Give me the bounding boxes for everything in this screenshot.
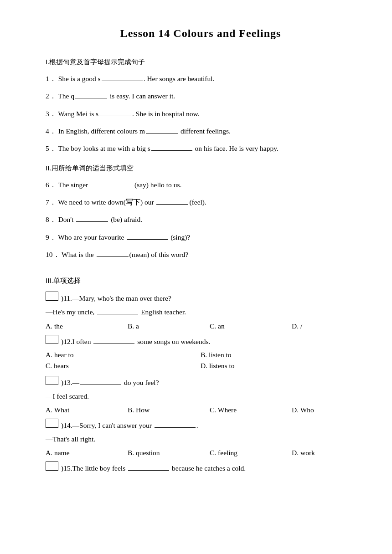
q12-optD: D. listens to — [201, 360, 356, 371]
question-4: 4． In English, different colours m diffe… — [46, 125, 356, 137]
q11-dialog-2: —He's my uncle, English teacher. — [46, 306, 356, 318]
q7-text: We need to write down(写下) our (feel). — [58, 198, 206, 206]
q1-text-before: She is a good s. Her songs are beautiful… — [58, 75, 215, 82]
q11-options: A. the B. a C. an D. / — [46, 322, 356, 330]
q14-blank — [155, 427, 196, 428]
q1-number: 1． — [46, 73, 57, 85]
q12-answer-box — [46, 335, 58, 344]
q13-optA: A. What — [46, 406, 128, 414]
section1-header: I.根据句意及首字母提示完成句子 — [46, 58, 356, 67]
q10-text: What is the (mean) of this word? — [62, 251, 188, 258]
question-13-paren: )13.— do you feel? — [46, 376, 356, 387]
q14-number: )14.—Sorry, I can't answer your . — [61, 421, 198, 430]
q13-blank — [80, 385, 121, 385]
q7-blank — [156, 204, 188, 205]
question-8: 8． Don't (be) afraid. — [46, 214, 356, 226]
q10-blank — [97, 256, 129, 257]
q8-number: 8． — [46, 214, 57, 226]
q4-blank — [146, 133, 178, 133]
q14-optC: C. feeling — [210, 449, 292, 457]
q12-optC: C. hears — [46, 360, 201, 371]
question-14-paren: )14.—Sorry, I can't answer your . — [46, 419, 356, 430]
q15-blank — [128, 470, 169, 471]
question-2: 2． The q is easy. I can answer it. — [46, 90, 356, 102]
question-15-paren: )15.The little boy feels because he catc… — [46, 462, 356, 472]
q13-optD: D. Who — [292, 406, 374, 414]
q11-number: )11.—Mary, who's the man over there? — [61, 294, 171, 303]
q11-answer-box — [46, 292, 58, 301]
q8-text: Don't (be) afraid. — [58, 215, 142, 223]
q14-optB: B. question — [128, 449, 210, 457]
q3-blank — [99, 116, 131, 116]
q4-text: In English, different colours m differen… — [58, 127, 231, 135]
q12-number: )12.I often some songs on weekends. — [61, 338, 210, 346]
q11-optD: D. / — [292, 322, 374, 330]
q9-number: 9． — [46, 231, 57, 243]
question-10: 10． What is the (mean) of this word? — [46, 249, 356, 261]
q7-number: 7． — [46, 196, 57, 208]
q15-answer-box — [46, 462, 58, 471]
q12-blank — [93, 344, 134, 344]
q2-number: 2． — [46, 90, 57, 102]
q13-number: )13.— do you feel? — [61, 379, 159, 387]
q14-optA: A. name — [46, 449, 128, 457]
question-5: 5． The boy looks at me with a big s on h… — [46, 143, 356, 154]
q11-blank — [97, 314, 138, 314]
q11-optA: A. the — [46, 322, 128, 330]
q2-blank — [75, 98, 107, 98]
q6-blank — [91, 187, 132, 187]
q13-dialog-2: —I feel scared. — [46, 390, 356, 402]
question-6: 6． The singer (say) hello to us. — [46, 179, 356, 191]
q11-optC: C. an — [210, 322, 292, 330]
q11-optB: B. a — [128, 322, 210, 330]
q6-text: The singer (say) hello to us. — [58, 181, 181, 189]
q3-number: 3． — [46, 108, 57, 120]
q6-number: 6． — [46, 179, 57, 191]
page-title: Lesson 14 Colours and Feelings — [46, 27, 356, 40]
q5-blank — [151, 150, 192, 151]
question-1: 1． She is a good s. Her songs are beauti… — [46, 73, 356, 85]
q4-number: 4． — [46, 125, 57, 137]
q15-number: )15.The little boy feels because he catc… — [61, 464, 246, 472]
q3-text: Wang Mei is s. She is in hospital now. — [58, 110, 199, 118]
q2-text: The q is easy. I can answer it. — [58, 92, 175, 100]
question-9: 9． Who are your favourite (sing)? — [46, 231, 356, 243]
q1-blank — [102, 81, 143, 81]
section2-header: II.用所给单词的适当形式填空 — [46, 164, 356, 173]
q12-optA: A. hear to — [46, 349, 201, 360]
q8-blank — [76, 221, 108, 222]
q12-optB: B. listen to — [201, 349, 356, 360]
question-7: 7． We need to write down(写下) our (feel). — [46, 196, 356, 208]
q14-optD: D. work — [292, 449, 374, 457]
q13-answer-box — [46, 376, 58, 385]
q13-optC: C. Where — [210, 406, 292, 414]
q13-options: A. What B. How C. Where D. Who — [46, 406, 356, 414]
question-3: 3． Wang Mei is s. She is in hospital now… — [46, 108, 356, 120]
q14-dialog-2: —That's all right. — [46, 433, 356, 445]
q10-number: 10． — [46, 249, 60, 261]
q9-text: Who are your favourite (sing)? — [58, 233, 190, 241]
q12-options: A. hear to B. listen to C. hears D. list… — [46, 349, 356, 371]
question-12-paren: )12.I often some songs on weekends. — [46, 335, 356, 346]
question-11-paren: )11.—Mary, who's the man over there? — [46, 292, 356, 303]
q14-options: A. name B. question C. feeling D. work — [46, 449, 356, 457]
q13-optB: B. How — [128, 406, 210, 414]
q9-blank — [127, 239, 168, 240]
q5-text: The boy looks at me with a big s on his … — [58, 144, 278, 152]
q5-number: 5． — [46, 143, 57, 154]
section3-header: III.单项选择 — [46, 277, 356, 285]
q14-answer-box — [46, 419, 58, 428]
